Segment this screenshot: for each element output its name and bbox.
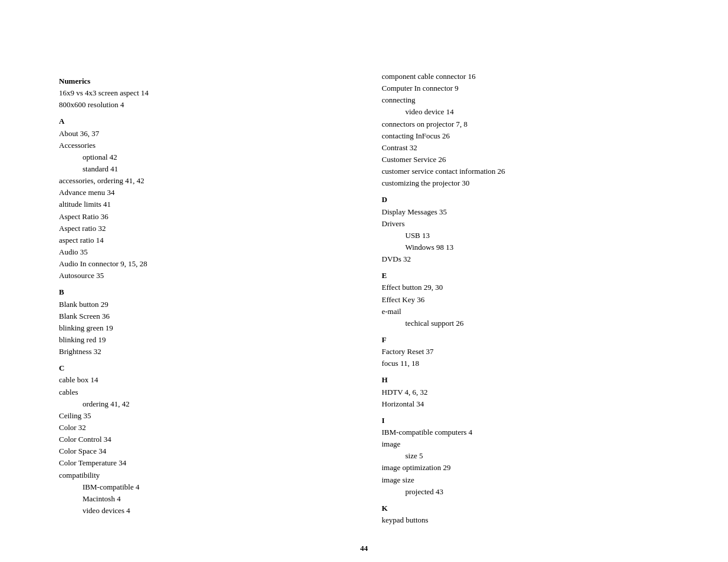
index-entry: Accessories [59, 140, 347, 151]
index-entry: HDTV 4, 6, 32 [382, 386, 670, 398]
left-column: Numerics16x9 vs 4x3 screen aspect 14800x… [59, 71, 347, 526]
index-entry: Audio 35 [59, 246, 347, 258]
index-entry: video device 14 [382, 106, 670, 118]
index-entry: Computer In connector 9 [382, 82, 670, 94]
index-entry: USB 13 [382, 230, 670, 242]
index-entry: customizing the projector 30 [382, 177, 670, 189]
index-entry: cable box 14 [59, 374, 347, 386]
index-entry: focus 11, 18 [382, 358, 670, 369]
index-entry: aspect ratio 14 [59, 234, 347, 246]
index-entry: Color Temperature 34 [59, 457, 347, 469]
index-section-header: Numerics [59, 75, 347, 87]
index-entry: 16x9 vs 4x3 screen aspect 14 [59, 87, 347, 99]
index-section-header: D [382, 194, 670, 206]
index-entry: projected 43 [382, 486, 670, 498]
index-entry: size 5 [382, 450, 670, 462]
index-entry: About 36, 37 [59, 128, 347, 140]
index-entry: ordering 41, 42 [59, 398, 347, 410]
index-section-header: H [382, 374, 670, 386]
index-entry: video devices 4 [59, 505, 347, 517]
index-entry: component cable connector 16 [382, 71, 670, 82]
index-entry: cables [59, 386, 347, 398]
index-entry: Effect button 29, 30 [382, 282, 670, 293]
index-entry: accessories, ordering 41, 42 [59, 175, 347, 187]
index-entry: Blank button 29 [59, 299, 347, 310]
index-entry: Contrast 32 [382, 142, 670, 154]
index-entry: Color Control 34 [59, 434, 347, 445]
page-number: 44 [59, 544, 669, 553]
index-entry: standard 41 [59, 163, 347, 175]
index-entry: IBM-compatible computers 4 [382, 427, 670, 438]
index-entry: altitude limits 41 [59, 199, 347, 210]
index-section-header: A [59, 115, 347, 127]
index-entry: Windows 98 13 [382, 242, 670, 253]
index-entry: Effect Key 36 [382, 294, 670, 306]
index-section-header: C [59, 362, 347, 374]
index-entry: Color 32 [59, 422, 347, 434]
index-entry: Factory Reset 37 [382, 346, 670, 358]
index-entry: image [382, 438, 670, 450]
index-entry: IBM-compatible 4 [59, 481, 347, 493]
index-entry: Brightness 32 [59, 346, 347, 358]
index-entry: image optimization 29 [382, 462, 670, 474]
index-entry: connecting [382, 94, 670, 106]
index-entry: Display Messages 35 [382, 206, 670, 218]
index-entry: Ceiling 35 [59, 410, 347, 422]
index-section-header: F [382, 334, 670, 346]
index-entry: connectors on projector 7, 8 [382, 118, 670, 130]
index-entry: DVDs 32 [382, 253, 670, 265]
index-entry: optional 42 [59, 151, 347, 163]
index-entry: Color Space 34 [59, 445, 347, 457]
index-entry: Aspect Ratio 36 [59, 211, 347, 223]
index-entry: Autosource 35 [59, 270, 347, 282]
index-entry: techical support 26 [382, 318, 670, 329]
index-section-header: B [59, 286, 347, 298]
right-column: component cable connector 16Computer In … [382, 71, 670, 526]
index-entry: Drivers [382, 218, 670, 230]
index-section-header: K [382, 503, 670, 514]
index-entry: Blank Screen 36 [59, 310, 347, 322]
index-entry: blinking red 19 [59, 334, 347, 346]
index-entry: Customer Service 26 [382, 154, 670, 166]
index-entry: 800x600 resolution 4 [59, 99, 347, 111]
index-entry: keypad buttons [382, 514, 670, 526]
index-entry: Advance menu 34 [59, 187, 347, 199]
index-entry: Macintosh 4 [59, 493, 347, 505]
index-entry: contacting InFocus 26 [382, 130, 670, 142]
index-entry: blinking green 19 [59, 322, 347, 334]
page: Numerics16x9 vs 4x3 screen aspect 14800x… [0, 0, 728, 562]
index-columns: Numerics16x9 vs 4x3 screen aspect 14800x… [59, 71, 669, 526]
index-section-header: E [382, 270, 670, 282]
index-entry: image size [382, 474, 670, 486]
index-entry: Audio In connector 9, 15, 28 [59, 258, 347, 270]
index-entry: Horizontal 34 [382, 398, 670, 410]
index-entry: Aspect ratio 32 [59, 223, 347, 234]
index-section-header: I [382, 415, 670, 427]
index-entry: customer service contact information 26 [382, 166, 670, 177]
index-entry: e-mail [382, 306, 670, 318]
index-entry: compatibility [59, 470, 347, 481]
